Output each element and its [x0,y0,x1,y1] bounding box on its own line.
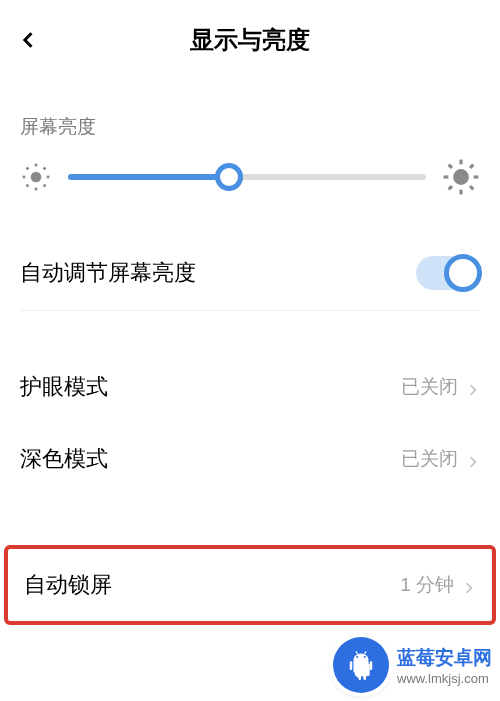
svg-line-26 [365,651,367,654]
eye-care-row[interactable]: 护眼模式 已关闭 [0,351,500,423]
svg-line-17 [470,165,473,168]
auto-lock-label: 自动锁屏 [24,570,112,600]
watermark-badge [333,637,389,693]
auto-brightness-toggle[interactable] [416,256,480,290]
svg-line-25 [356,651,358,654]
android-icon [346,650,376,680]
svg-line-14 [449,165,452,168]
chevron-right-icon [466,380,480,394]
dark-mode-value-wrap: 已关闭 [401,446,480,472]
header: 显示与亮度 [0,0,500,80]
dark-mode-value: 已关闭 [401,446,458,472]
slider-fill [68,174,229,180]
svg-rect-20 [354,661,369,672]
watermark: 蓝莓安卓网 www.lmkjsj.com [333,637,492,693]
page-title: 显示与亮度 [190,24,310,56]
svg-point-19 [364,656,366,658]
auto-lock-row[interactable]: 自动锁屏 1 分钟 [8,549,492,621]
toggle-knob [444,254,482,292]
auto-brightness-label: 自动调节屏幕亮度 [20,258,196,288]
auto-brightness-row: 自动调节屏幕亮度 [0,236,500,310]
eye-care-value: 已关闭 [401,374,458,400]
back-button[interactable] [14,25,44,55]
svg-line-5 [27,168,29,170]
svg-line-15 [470,186,473,189]
brightness-slider[interactable] [68,161,426,193]
svg-point-18 [356,656,358,658]
watermark-title: 蓝莓安卓网 [397,645,492,671]
svg-point-9 [453,169,469,185]
auto-lock-value: 1 分钟 [400,572,454,598]
slider-thumb[interactable] [215,163,243,191]
highlight-box: 自动锁屏 1 分钟 [4,545,496,625]
chevron-right-icon [462,578,476,592]
svg-rect-23 [357,671,360,677]
eye-care-label: 护眼模式 [20,372,108,402]
eye-care-value-wrap: 已关闭 [401,374,480,400]
svg-rect-24 [363,671,366,677]
svg-line-16 [449,186,452,189]
svg-rect-22 [370,661,373,670]
sun-large-icon [442,158,480,196]
svg-line-6 [44,185,46,187]
watermark-text: 蓝莓安卓网 www.lmkjsj.com [397,645,492,686]
svg-line-7 [27,185,29,187]
watermark-url: www.lmkjsj.com [397,671,492,686]
dark-mode-row[interactable]: 深色模式 已关闭 [0,423,500,495]
sun-small-icon [20,161,52,193]
svg-point-0 [31,172,42,183]
brightness-slider-row [0,158,500,236]
brightness-section-label: 屏幕亮度 [0,80,500,158]
svg-line-8 [44,168,46,170]
back-icon [19,30,39,50]
chevron-right-icon [466,452,480,466]
svg-rect-21 [350,661,353,670]
auto-lock-value-wrap: 1 分钟 [400,572,476,598]
dark-mode-label: 深色模式 [20,444,108,474]
